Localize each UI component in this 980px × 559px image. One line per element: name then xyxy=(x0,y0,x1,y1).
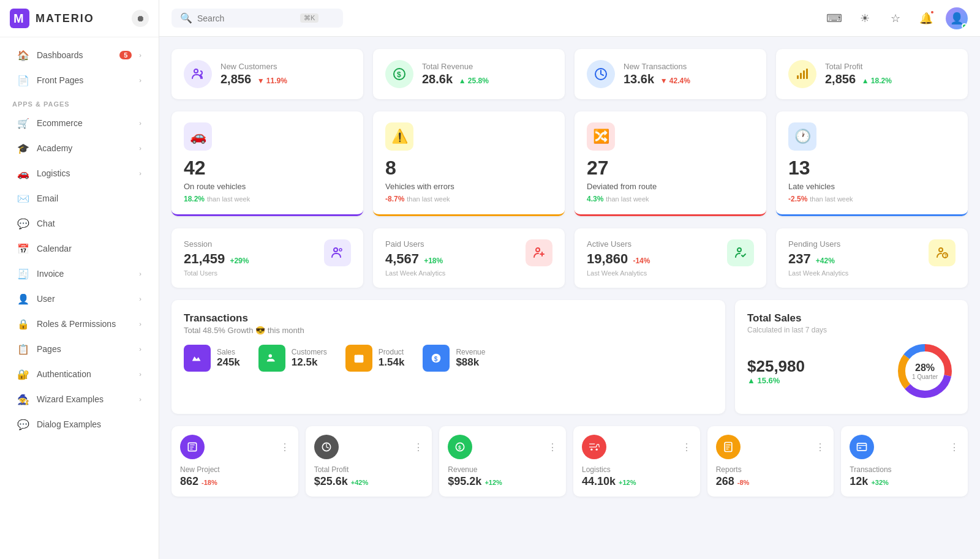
notification-bell[interactable]: 🔔 xyxy=(915,7,937,29)
mini-card-logistics: ⋮ Logistics 44.10k +12% xyxy=(573,426,700,497)
home-icon: 🏠 xyxy=(17,49,29,61)
sidebar-label-ecommerce: Ecommerce xyxy=(37,118,132,128)
stat-value-profit: 2,856 ▲ 18.2% xyxy=(825,72,892,86)
user-card-info-active: Active Users 19,860 -14% Last Week Analy… xyxy=(587,239,650,277)
sidebar-item-invoice[interactable]: 🧾 Invoice › xyxy=(5,261,154,286)
vehicle-change-onroute: 18.2% than last week xyxy=(184,193,351,203)
sidebar-label-roles: Roles & Permissions xyxy=(37,319,132,329)
chevron-right-icon: › xyxy=(139,77,141,84)
stat-change-transactions: ▼ 42.4% xyxy=(660,77,690,85)
vehicle-label-errors: Vehicles with errors xyxy=(385,182,552,191)
theme-icon[interactable]: ☀ xyxy=(854,7,876,29)
mini-icon-transactions xyxy=(850,435,874,459)
u-sub-active: Last Week Analytics xyxy=(587,269,650,277)
mini-dots-logistics[interactable]: ⋮ xyxy=(682,441,692,453)
mini-label-revenue: Revenue xyxy=(448,465,557,474)
sidebar-item-chat[interactable]: 💬 Chat xyxy=(5,211,154,236)
sidebar-item-academy[interactable]: 🎓 Academy › xyxy=(5,136,154,160)
u-label-paid: Paid Users xyxy=(385,239,445,249)
mini-dots-transactions[interactable]: ⋮ xyxy=(949,441,959,453)
mini-label-profit: Total Profit xyxy=(314,465,424,474)
u-value-pending: 237 +42% xyxy=(788,251,848,267)
vehicle-label-deviated: Deviated from route xyxy=(587,182,754,191)
profit-icon xyxy=(795,67,810,81)
mini-card-new-project: ⋮ New Project 862 -18% xyxy=(172,426,298,497)
search-box[interactable]: 🔍 ⌘K xyxy=(172,9,343,28)
mini-dots-project[interactable]: ⋮ xyxy=(280,441,290,453)
stat-info-transactions: New Transactions 13.6k ▼ 42.4% xyxy=(624,62,690,86)
svg-point-14 xyxy=(939,248,943,252)
logo-icon: M xyxy=(10,9,29,28)
user-card-info-pending: Pending Users 237 +42% Last Week Analyti… xyxy=(788,239,848,277)
sidebar-label-dashboards: Dashboards xyxy=(37,50,112,60)
mini-value-project: 862 -18% xyxy=(180,475,290,488)
mini-change-logistics: +12% xyxy=(619,479,636,486)
translate-icon[interactable]: ⌨ xyxy=(823,7,845,29)
stat-value-transactions: 13.6k ▼ 42.4% xyxy=(624,72,690,86)
stat-value-customers: 2,856 ▼ 11.9% xyxy=(221,72,287,86)
chevron-right-icon: › xyxy=(139,320,141,328)
user-card-pending: Pending Users 237 +42% Last Week Analyti… xyxy=(776,228,968,288)
svg-rect-8 xyxy=(803,70,805,79)
sidebar-item-authentication[interactable]: 🔐 Authentication › xyxy=(5,362,154,386)
trans-stat-customers: Customers 12.5k xyxy=(258,345,327,372)
invoice-icon: 🧾 xyxy=(17,268,29,280)
mini-dots-revenue[interactable]: ⋮ xyxy=(548,441,557,453)
vehicle-icon-deviated: 🔀 xyxy=(587,122,615,151)
ts-content: $25,980 ▲ 15.6% xyxy=(747,340,956,402)
sidebar-header: M MATERIO ⏺ xyxy=(0,0,159,37)
mini-dots-profit[interactable]: ⋮ xyxy=(413,441,423,453)
mini-card-total-profit: ⋮ Total Profit $25.6k +42% xyxy=(306,426,432,497)
mini-change-reports: -8% xyxy=(737,479,750,486)
svg-point-13 xyxy=(737,248,741,252)
donut-chart: 28% 1 Quarter xyxy=(894,340,956,402)
sidebar-label-wizard: Wizard Examples xyxy=(37,394,132,404)
star-icon[interactable]: ☆ xyxy=(884,7,907,29)
sidebar-item-pages[interactable]: 📋 Pages › xyxy=(5,337,154,361)
sidebar-item-logistics[interactable]: 🚗 Logistics › xyxy=(5,161,154,186)
sidebar-item-ecommerce[interactable]: 🛒 Ecommerce › xyxy=(5,111,154,135)
notification-dot xyxy=(930,10,935,15)
dialog-icon: 💬 xyxy=(17,418,29,430)
bottom-row: Transactions Total 48.5% Growth 😎 this m… xyxy=(172,300,968,414)
record-button[interactable]: ⏺ xyxy=(132,10,149,27)
mini-dots-reports[interactable]: ⋮ xyxy=(815,441,825,453)
content-area: New Customers 2,856 ▼ 11.9% $ Total Reve… xyxy=(159,37,980,559)
t-value-customers: 12.5k xyxy=(292,356,327,369)
sidebar: M MATERIO ⏺ 🏠 Dashboards 5 › 📄 Front Pag… xyxy=(0,0,159,559)
vehicle-label-onroute: On route vehicles xyxy=(184,182,351,191)
mini-card-revenue: $ ⋮ Revenue $95.2k +12% xyxy=(439,426,566,497)
svg-point-17 xyxy=(268,355,272,358)
chevron-right-icon: › xyxy=(139,170,141,177)
sidebar-label-authentication: Authentication xyxy=(37,369,132,379)
sidebar-item-dashboards[interactable]: 🏠 Dashboards 5 › xyxy=(5,43,154,67)
mini-icon-profit xyxy=(314,435,339,459)
vehicle-change-errors: -8.7% than last week xyxy=(385,193,552,203)
mini-change-project: -18% xyxy=(202,479,217,486)
vehicle-card-deviated: 🔀 27 Deviated from route 4.3% than last … xyxy=(575,111,766,216)
pages-icon: 📋 xyxy=(17,343,29,355)
sidebar-item-front-pages[interactable]: 📄 Front Pages › xyxy=(5,68,154,92)
svg-point-12 xyxy=(536,248,540,252)
mini-icon-project xyxy=(180,435,205,459)
sidebar-item-wizard[interactable]: 🧙 Wizard Examples › xyxy=(5,387,154,411)
avatar[interactable]: 👤 xyxy=(946,7,968,29)
sidebar-item-user[interactable]: 👤 User › xyxy=(5,287,154,311)
transactions-title: Transactions xyxy=(184,312,713,325)
ecommerce-icon: 🛒 xyxy=(17,117,29,129)
logistics-icon: 🚗 xyxy=(17,167,29,179)
chevron-right-icon: › xyxy=(139,270,141,277)
user-card-info-session: Session 21,459 +29% Total Users xyxy=(184,239,249,277)
mini-cards-row: ⋮ New Project 862 -18% ⋮ Total Profit $2 xyxy=(172,426,968,497)
sidebar-label-pages: Pages xyxy=(37,344,132,354)
mini-label-transactions: Transactions xyxy=(850,465,959,474)
vehicle-change-deviated: 4.3% than last week xyxy=(587,193,754,203)
sidebar-item-calendar[interactable]: 📅 Calendar xyxy=(5,236,154,261)
sidebar-item-dialog[interactable]: 💬 Dialog Examples xyxy=(5,412,154,437)
search-input[interactable] xyxy=(197,13,295,23)
sidebar-item-email[interactable]: ✉️ Email xyxy=(5,186,154,211)
sidebar-item-roles[interactable]: 🔒 Roles & Permissions › xyxy=(5,312,154,336)
u-label-session: Session xyxy=(184,239,249,249)
stat-icon-customers xyxy=(184,60,212,88)
total-sales-card: Total Sales Calculated in last 7 days $2… xyxy=(735,300,968,414)
